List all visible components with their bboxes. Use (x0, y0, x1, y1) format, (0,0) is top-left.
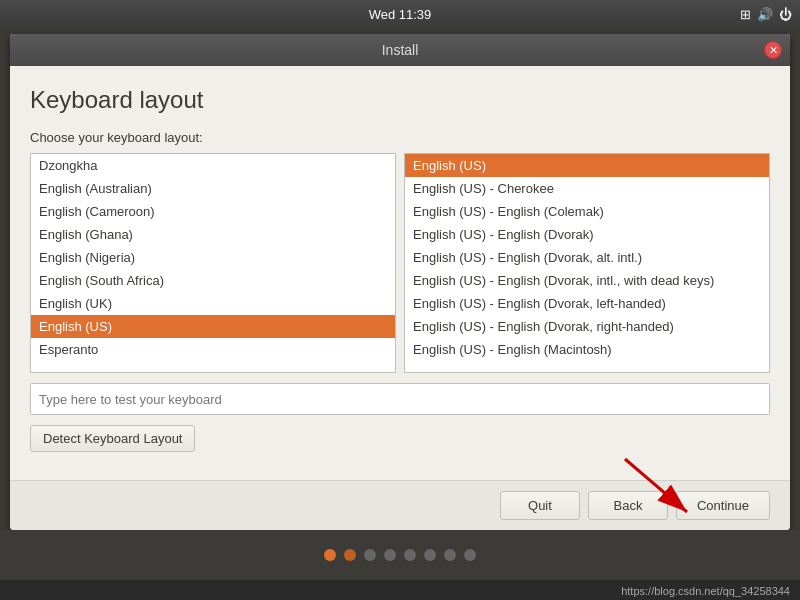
close-button[interactable]: ✕ (764, 41, 782, 59)
sound-icon[interactable]: 🔊 (757, 7, 773, 22)
progress-dot (324, 549, 336, 561)
bottom-bar: Quit Back Continue (10, 480, 790, 530)
list-item[interactable]: English (US) - English (Colemak) (405, 200, 769, 223)
list-item[interactable]: English (Ghana) (31, 223, 395, 246)
list-item[interactable]: English (UK) (31, 292, 395, 315)
progress-dot (424, 549, 436, 561)
list-item[interactable]: English (South Africa) (31, 269, 395, 292)
keyboard-test-input[interactable] (30, 383, 770, 415)
list-item[interactable]: English (US) (405, 154, 769, 177)
power-icon[interactable]: ⏻ (779, 7, 792, 22)
list-item[interactable]: English (Cameroon) (31, 200, 395, 223)
back-button[interactable]: Back (588, 491, 668, 520)
topbar-time: Wed 11:39 (369, 7, 432, 22)
install-window: Install ✕ Keyboard layout Choose your ke… (10, 34, 790, 530)
list-item[interactable]: Esperanto (31, 338, 395, 361)
list-item[interactable]: English (Nigeria) (31, 246, 395, 269)
lists-row: DzongkhaEnglish (Australian)English (Cam… (30, 153, 770, 373)
list-item[interactable]: English (US) - English (Dvorak) (405, 223, 769, 246)
window-title: Install (382, 42, 419, 58)
keyboard-layout-list[interactable]: DzongkhaEnglish (Australian)English (Cam… (30, 153, 396, 373)
subtitle: Choose your keyboard layout: (30, 130, 770, 145)
list-item[interactable]: English (US) - Cherokee (405, 177, 769, 200)
detect-keyboard-button[interactable]: Detect Keyboard Layout (30, 425, 195, 452)
titlebar: Install ✕ (10, 34, 790, 66)
list-item[interactable]: Dzongkha (31, 154, 395, 177)
network-icon[interactable]: ⊞ (740, 7, 751, 22)
list-item[interactable]: English (US) - English (Dvorak, right-ha… (405, 315, 769, 338)
list-item[interactable]: English (US) - English (Dvorak, alt. int… (405, 246, 769, 269)
statusbar-url: https://blog.csdn.net/qq_34258344 (621, 585, 790, 597)
topbar: Wed 11:39 ⊞ 🔊 ⏻ (0, 0, 800, 28)
statusbar: https://blog.csdn.net/qq_34258344 (0, 580, 800, 600)
progress-dot (344, 549, 356, 561)
quit-button[interactable]: Quit (500, 491, 580, 520)
list-item[interactable]: English (Australian) (31, 177, 395, 200)
list-item[interactable]: English (US) - English (Dvorak, left-han… (405, 292, 769, 315)
progress-dot (464, 549, 476, 561)
content-area: Keyboard layout Choose your keyboard lay… (10, 66, 790, 480)
list-item[interactable]: English (US) (31, 315, 395, 338)
progress-dots (0, 530, 800, 580)
progress-dot (364, 549, 376, 561)
list-item[interactable]: English (US) - English (Macintosh) (405, 338, 769, 361)
progress-dot (404, 549, 416, 561)
progress-dot (384, 549, 396, 561)
list-item[interactable]: English (US) - English (Dvorak, intl., w… (405, 269, 769, 292)
continue-button[interactable]: Continue (676, 491, 770, 520)
topbar-icons: ⊞ 🔊 ⏻ (740, 7, 792, 22)
page-title: Keyboard layout (30, 86, 770, 114)
keyboard-variant-list[interactable]: English (US)English (US) - CherokeeEngli… (404, 153, 770, 373)
progress-dot (444, 549, 456, 561)
